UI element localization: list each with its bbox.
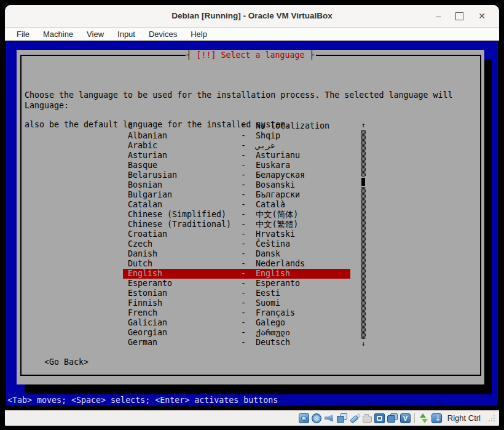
hard-disk-icon[interactable]: [299, 413, 309, 423]
scrollbar-track[interactable]: [361, 130, 366, 339]
statusbar-separator: [414, 413, 415, 423]
status-icons: [299, 413, 442, 423]
minimize-button[interactable]: –: [436, 12, 441, 20]
language-row[interactable]: Chinese (Traditional)-中文(繁體): [123, 220, 350, 229]
menu-devices[interactable]: Devices: [142, 30, 184, 39]
language-list: C-No localizationAlbanian-ShqipArabic-عر…: [123, 121, 350, 348]
language-row[interactable]: Asturian-Asturianu: [123, 151, 350, 161]
menu-file[interactable]: File: [10, 30, 36, 39]
shared-folders-icon[interactable]: [363, 416, 372, 423]
menu-view[interactable]: View: [80, 30, 111, 39]
virtualbox-window: Debian [Running] - Oracle VM VirtualBox …: [5, 5, 499, 426]
language-row[interactable]: Bosnian-Bosanski: [123, 180, 350, 190]
menu-help[interactable]: Help: [184, 30, 214, 39]
vm-display: ┤[!!] Select a language├ Choose the lang…: [5, 41, 499, 410]
installer-screen: ┤[!!] Select a language├ Choose the lang…: [6, 41, 498, 410]
statusbar: Right Ctrl: [5, 410, 499, 426]
language-row[interactable]: Esperanto-Esperanto: [123, 279, 350, 289]
scrollbar-thumb[interactable]: [361, 178, 365, 186]
scrollbar-down-arrow-icon[interactable]: ↓: [360, 340, 367, 348]
host-key-label: Right Ctrl: [447, 413, 481, 423]
menubar: FileMachineViewInputDevicesHelp: [5, 28, 499, 41]
select-language-dialog: ┤[!!] Select a language├ Choose the lang…: [17, 50, 484, 384]
language-row[interactable]: Basque-Euskara: [123, 161, 350, 170]
language-row[interactable]: Georgian-ქართული: [123, 328, 350, 338]
dialog-shadow: [25, 384, 492, 394]
go-back-button[interactable]: <Go Back>: [44, 357, 89, 367]
usb-icon[interactable]: [348, 411, 362, 425]
maximize-button[interactable]: [455, 12, 463, 20]
mouse-integration-icon[interactable]: [419, 413, 429, 423]
window-title: Debian [Running] - Oracle VM VirtualBox: [5, 5, 499, 27]
title-left-connector: ┤: [186, 50, 191, 60]
display-icon[interactable]: [374, 413, 385, 423]
title-right-connector: ├: [310, 50, 315, 60]
language-row[interactable]: German-Deutsch: [123, 338, 350, 348]
resize-grip[interactable]: [488, 414, 497, 423]
features-icon[interactable]: [400, 413, 411, 423]
scrollbar-up-arrow-icon[interactable]: ↑: [360, 121, 367, 129]
language-row[interactable]: C-No localization: [123, 121, 350, 131]
window-controls: – ✕: [436, 5, 486, 27]
help-line: <Tab> moves; <Space> selects; <Enter> ac…: [7, 396, 278, 405]
language-row[interactable]: Belarusian-Беларуская: [123, 170, 350, 180]
dialog-shadow: [484, 60, 492, 394]
language-row[interactable]: Catalan-Català: [123, 200, 350, 210]
scrollbar[interactable]: ↑ ↓: [360, 121, 367, 348]
language-row[interactable]: Chinese (Simplified)-中文(简体): [123, 210, 350, 220]
menu-machine[interactable]: Machine: [36, 30, 80, 39]
keyboard-icon[interactable]: [431, 413, 442, 423]
language-row[interactable]: Danish-Dansk: [123, 249, 350, 259]
language-row[interactable]: English-English: [123, 269, 350, 279]
desktop-background: Debian [Running] - Oracle VM VirtualBox …: [0, 0, 504, 430]
recording-icon[interactable]: [387, 413, 398, 423]
language-row[interactable]: Finnish-Suomi: [123, 298, 350, 308]
language-label: Language:: [25, 101, 69, 111]
language-row[interactable]: Croatian-Hrvatski: [123, 229, 350, 239]
dialog-title-text: [!!] Select a language: [191, 50, 309, 60]
language-row[interactable]: Arabic-عربي: [123, 141, 350, 151]
menu-input[interactable]: Input: [111, 30, 142, 39]
language-row[interactable]: Galician-Galego: [123, 318, 350, 328]
network-icon[interactable]: [337, 413, 347, 423]
language-row[interactable]: Czech-Čeština: [123, 239, 350, 249]
language-row[interactable]: Bulgarian-Български: [123, 190, 350, 200]
description-line-1: Choose the language to be used for the i…: [25, 90, 452, 100]
language-row[interactable]: Dutch-Nederlands: [123, 259, 350, 269]
language-row[interactable]: Estonian-Eesti: [123, 289, 350, 298]
language-row[interactable]: Albanian-Shqip: [123, 131, 350, 141]
dialog-title: ┤[!!] Select a language├: [185, 50, 315, 60]
audio-icon[interactable]: [324, 413, 334, 423]
optical-disk-icon[interactable]: [312, 413, 321, 423]
language-row[interactable]: French-Français: [123, 308, 350, 318]
titlebar[interactable]: Debian [Running] - Oracle VM VirtualBox …: [5, 5, 499, 28]
close-button[interactable]: ✕: [478, 12, 486, 20]
